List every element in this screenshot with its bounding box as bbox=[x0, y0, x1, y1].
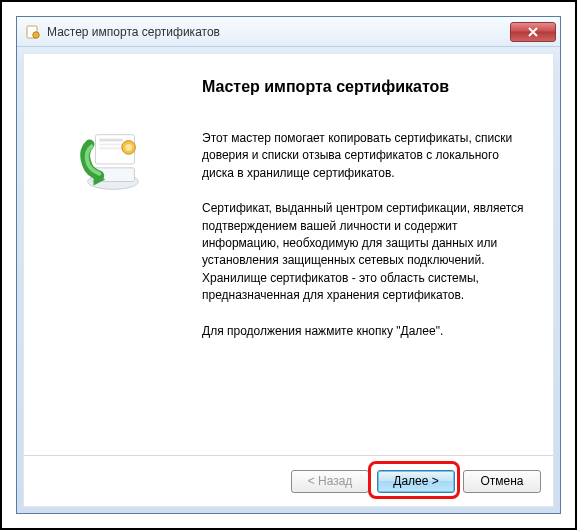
button-bar: < Назад Далее > Отмена bbox=[24, 456, 553, 506]
close-button[interactable] bbox=[510, 22, 556, 42]
titlebar[interactable]: Мастер импорта сертификатов bbox=[17, 17, 560, 47]
svg-point-7 bbox=[125, 144, 132, 151]
wizard-continue-paragraph: Для продолжения нажмите кнопку "Далее". bbox=[202, 323, 525, 340]
close-icon bbox=[527, 27, 539, 37]
back-button: < Назад bbox=[291, 470, 369, 493]
svg-rect-3 bbox=[99, 139, 122, 142]
certificate-app-icon bbox=[25, 24, 41, 40]
cancel-button[interactable]: Отмена bbox=[463, 470, 541, 493]
text-panel: Мастер импорта сертификатов Этот мастер … bbox=[202, 54, 553, 455]
wizard-content: Мастер импорта сертификатов Этот мастер … bbox=[24, 54, 553, 455]
svg-point-1 bbox=[33, 31, 39, 37]
wizard-description-paragraph: Сертификат, выданный центром сертификаци… bbox=[202, 200, 525, 304]
window-title: Мастер импорта сертификатов bbox=[47, 25, 510, 39]
next-button[interactable]: Далее > bbox=[377, 470, 455, 493]
client-area: Мастер импорта сертификатов Этот мастер … bbox=[23, 53, 554, 507]
wizard-window: Мастер импорта сертификатов bbox=[16, 16, 561, 514]
icon-panel bbox=[24, 54, 202, 455]
wizard-heading: Мастер импорта сертификатов bbox=[202, 78, 525, 96]
wizard-intro-paragraph: Этот мастер помогает копировать сертифик… bbox=[202, 130, 525, 182]
certificate-import-icon bbox=[74, 132, 152, 192]
